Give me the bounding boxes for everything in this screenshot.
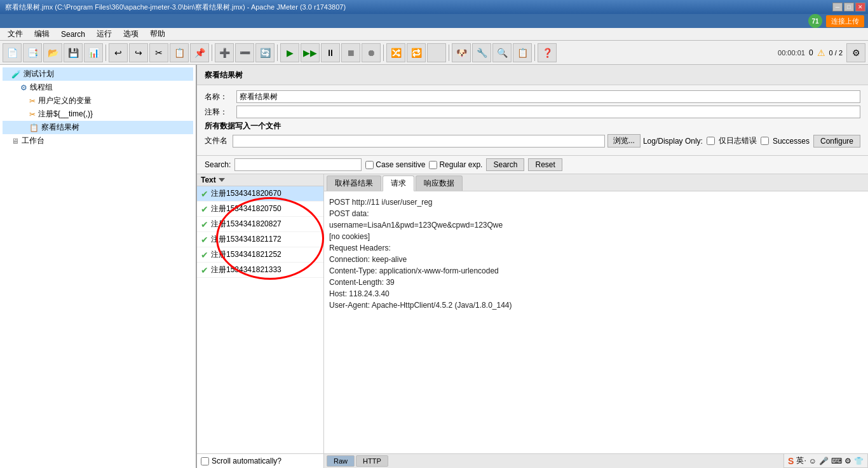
menu-help[interactable]: 帮助 xyxy=(145,28,170,40)
separator-1 xyxy=(105,45,106,61)
help-button[interactable]: ❓ xyxy=(538,43,557,62)
content-line-8: Connection: keep-alive xyxy=(329,254,863,265)
workbench-icon: 🖥 xyxy=(11,137,19,146)
main-layout: 🧪 测试计划 ⚙ 线程组 ✂ 用户定义的变量 ✂ 注册${__time(,)} … xyxy=(0,65,868,468)
toggle-button[interactable]: 🔄 xyxy=(255,43,275,62)
tree-item-reg[interactable]: ✂ 注册${__time(,)} xyxy=(3,107,193,121)
result-item-0[interactable]: ✔ 注册1534341820670 xyxy=(197,186,323,202)
menu-options[interactable]: 选项 xyxy=(118,28,144,40)
remote-start-button[interactable]: 🔀 xyxy=(386,43,405,62)
content-line-9: Content-Type: application/x-www-form-url… xyxy=(329,265,863,277)
status-icon-4: ✔ xyxy=(201,250,208,260)
successes-label: Successes xyxy=(773,137,810,146)
start-button[interactable]: ▶ xyxy=(280,43,299,62)
start-no-pause-button[interactable]: ▶▶ xyxy=(301,43,320,62)
stop-button[interactable]: ⏹ xyxy=(341,43,360,62)
tree-item-listener[interactable]: 📋 察看结果树 xyxy=(3,121,193,134)
expand-button[interactable]: ➕ xyxy=(215,43,234,62)
ime-shirt: 👕 xyxy=(854,457,864,465)
result-item-1[interactable]: ✔ 注册1534341820750 xyxy=(197,202,323,217)
separator-3 xyxy=(277,45,278,61)
result-label-5: 注册1534341821333 xyxy=(211,265,281,275)
result-item-2[interactable]: ✔ 注册1534341820827 xyxy=(197,217,323,232)
maximize-button[interactable]: □ xyxy=(844,3,854,11)
name-row: 名称： xyxy=(205,90,860,103)
templates-button[interactable]: 📑 xyxy=(23,43,42,62)
detail-area: 取样器结果 请求 响应数据 POST http://11 i/user/user… xyxy=(324,174,868,468)
configure-button[interactable]: Configure xyxy=(813,135,860,148)
comment-input[interactable] xyxy=(236,106,860,118)
reg-icon: ✂ xyxy=(29,110,36,119)
bottom-tab-http[interactable]: HTTP xyxy=(356,455,388,467)
connection-count: 71 xyxy=(808,14,822,28)
search-label: Search: xyxy=(205,160,231,169)
close-button[interactable]: ✕ xyxy=(855,3,865,11)
result-item-4[interactable]: ✔ 注册1534341821252 xyxy=(197,247,323,263)
search-toolbar-button[interactable]: 🔍 xyxy=(492,43,512,62)
function-helper-button[interactable]: 📋 xyxy=(513,43,532,62)
save-as-button[interactable]: 📊 xyxy=(84,43,103,62)
remote-shutdown-button[interactable] xyxy=(427,43,446,62)
cut-button[interactable]: ✂ xyxy=(149,43,168,62)
shutdown-button[interactable]: ⏺ xyxy=(362,43,381,62)
results-list: Text ✔ 注册1534341820670 ✔ 注册1534341820750… xyxy=(197,174,324,468)
tree-item-vars[interactable]: ✂ 用户定义的变量 xyxy=(3,94,193,107)
browse-button[interactable]: 🐶 xyxy=(452,43,471,62)
scroll-auto-checkbox[interactable] xyxy=(201,457,209,465)
status-icon-0: ✔ xyxy=(201,189,208,199)
tree-item-plan[interactable]: 🧪 测试计划 xyxy=(3,67,193,81)
redo-button[interactable]: ↪ xyxy=(129,43,148,62)
timer-display: 00:00:01 xyxy=(778,49,805,57)
comment-label: 注释： xyxy=(205,107,236,118)
undo-button[interactable]: ↩ xyxy=(109,43,128,62)
menu-file[interactable]: 文件 xyxy=(3,28,28,40)
collapse-button[interactable]: ➖ xyxy=(235,43,254,62)
result-item-3[interactable]: ✔ 注册1534341821172 xyxy=(197,232,323,247)
errors-checkbox[interactable] xyxy=(707,137,715,145)
regular-exp-checkbox[interactable] xyxy=(429,161,437,169)
tab-request[interactable]: 请求 xyxy=(383,176,414,191)
connect-upload-button[interactable]: 连接上传 xyxy=(826,15,864,27)
status-icon-3: ✔ xyxy=(201,235,208,245)
error-count: 0 / 2 xyxy=(829,49,843,57)
top-extra-bar: 71 连接上传 xyxy=(0,14,868,28)
title-bar-buttons: ─ □ ✕ xyxy=(832,3,865,11)
result-item-5[interactable]: ✔ 注册1534341821333 xyxy=(197,263,323,278)
menu-run[interactable]: 运行 xyxy=(92,28,117,40)
tree-item-workbench[interactable]: 🖥 工作台 xyxy=(3,134,193,148)
tab-response-data[interactable]: 响应数据 xyxy=(416,176,463,191)
search-button[interactable]: Search xyxy=(486,158,524,171)
title-bar-text: 察看结果树.jmx (C:\Program Files\360\apache-j… xyxy=(3,3,346,12)
case-sensitive-checkbox[interactable] xyxy=(365,161,374,169)
content-area: Text ✔ 注册1534341820670 ✔ 注册1534341820750… xyxy=(197,174,868,468)
tab-sampler-result[interactable]: 取样器结果 xyxy=(327,176,381,191)
remote-config-button[interactable]: ⚙ xyxy=(846,43,865,62)
ime-mic: 🎤 xyxy=(819,457,829,465)
browse-button[interactable]: 浏览... xyxy=(607,134,641,148)
reset-button[interactable]: Reset xyxy=(528,158,562,171)
menu-edit[interactable]: 编辑 xyxy=(29,28,55,40)
ime-s-icon: S xyxy=(788,456,794,466)
tree-item-threadgroup[interactable]: ⚙ 线程组 xyxy=(3,81,193,94)
bottom-tab-raw[interactable]: Raw xyxy=(327,455,355,467)
name-input[interactable] xyxy=(236,90,860,103)
file-input[interactable] xyxy=(233,135,605,148)
minimize-button[interactable]: ─ xyxy=(832,3,843,11)
search-row: Search: Case sensitive Regular exp. Sear… xyxy=(197,156,868,174)
save-button[interactable]: 💾 xyxy=(64,43,83,62)
start-from-button[interactable]: ⏸ xyxy=(321,43,340,62)
dropdown-icon[interactable] xyxy=(219,178,225,182)
remote-stop-button[interactable]: 🔁 xyxy=(407,43,426,62)
open-button[interactable]: 📂 xyxy=(43,43,62,62)
menu-search[interactable]: Search xyxy=(56,29,90,39)
copy-button[interactable]: 📋 xyxy=(170,43,189,62)
errors-label: 仅日志错误 xyxy=(719,135,757,146)
separator-6 xyxy=(534,45,535,61)
successes-checkbox[interactable] xyxy=(761,137,769,145)
clear-button[interactable]: 🔧 xyxy=(472,43,491,62)
new-button[interactable]: 📄 xyxy=(3,43,22,62)
ime-settings: ⚙ xyxy=(844,457,851,465)
file-row: 文件名 浏览... Log/Display Only: 仅日志错误 Succes… xyxy=(205,134,860,148)
paste-button[interactable]: 📌 xyxy=(190,43,209,62)
search-input[interactable] xyxy=(234,158,362,171)
